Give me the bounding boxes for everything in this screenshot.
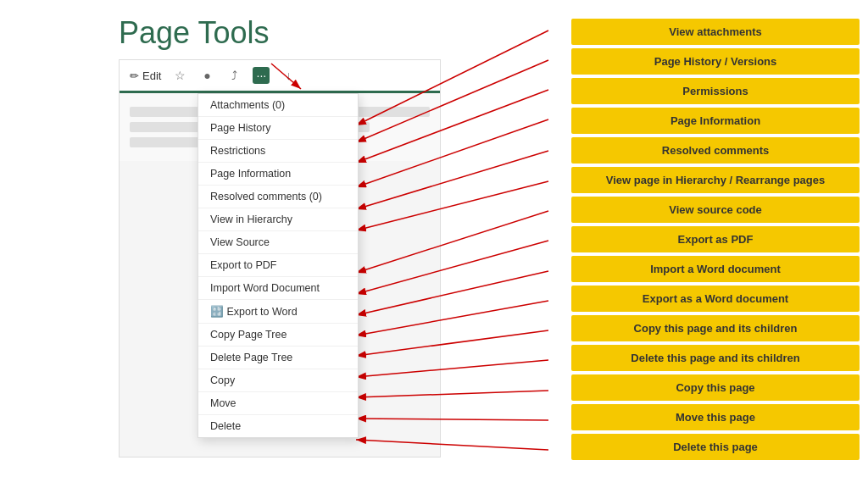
right-panel: View attachments Page History / Versions… [571,19,860,460]
btn-export-word-doc[interactable]: Export as a Word document [571,286,860,312]
dropdown-item-delete-page-tree[interactable]: Delete Page Tree [198,347,358,369]
dropdown-item-delete[interactable]: Delete [198,415,358,437]
btn-permissions[interactable]: Permissions [571,78,860,104]
star-icon[interactable]: ☆ [171,67,188,84]
dropdown-item-resolved-comments[interactable]: Resolved comments (0) [198,186,358,208]
dropdown-item-attachments[interactable]: Attachments (0) [198,94,358,117]
confluence-toolbar: ✏ Edit ☆ ● ⤴ ··· ↓ [120,60,440,93]
btn-page-history-versions[interactable]: Page History / Versions [571,48,860,75]
btn-delete-page-children[interactable]: Delete this page and its children [571,345,860,371]
btn-resolved-comments[interactable]: Resolved comments [571,137,860,164]
btn-copy-page-children[interactable]: Copy this page and its children [571,315,860,341]
edit-icon: ✏ [130,69,139,82]
more-icon[interactable]: ··· [253,67,270,84]
btn-delete-page[interactable]: Delete this page [571,434,860,460]
dropdown-item-page-history[interactable]: Page History [198,117,358,140]
dropdown-menu: Attachments (0) Page History Restriction… [198,93,359,438]
btn-view-attachments[interactable]: View attachments [571,19,860,45]
edit-button[interactable]: ✏ Edit [130,69,161,82]
dropdown-item-move[interactable]: Move [198,392,358,415]
dropdown-item-view-source[interactable]: View Source [198,231,358,254]
watch-icon[interactable]: ● [198,67,215,84]
page-title: Page Tools [119,15,269,51]
dropdown-item-export-word[interactable]: 🔡 Export to Word [198,300,358,324]
dropdown-item-export-pdf[interactable]: Export to PDF [198,254,358,277]
btn-view-source-code[interactable]: View source code [571,197,860,223]
btn-import-word-doc[interactable]: Import a Word document [571,256,860,282]
dropdown-item-copy-page-tree[interactable]: Copy Page Tree [198,324,358,347]
dropdown-item-view-hierarchy[interactable]: View in Hierarchy [198,208,358,231]
dropdown-item-import-word[interactable]: Import Word Document [198,277,358,300]
share-icon[interactable]: ⤴ [225,67,242,84]
btn-page-information[interactable]: Page Information [571,108,860,134]
dropdown-item-copy[interactable]: Copy [198,369,358,392]
expand-icon[interactable]: ↓ [280,67,297,84]
btn-move-page[interactable]: Move this page [571,404,860,430]
edit-label: Edit [142,69,161,82]
btn-copy-page[interactable]: Copy this page [571,374,860,401]
dropdown-item-page-information[interactable]: Page Information [198,163,358,186]
btn-view-hierarchy-rearrange[interactable]: View page in Hierarchy / Rearrange pages [571,167,860,193]
dropdown-item-restrictions[interactable]: Restrictions [198,140,358,163]
btn-export-pdf[interactable]: Export as PDF [571,226,860,252]
